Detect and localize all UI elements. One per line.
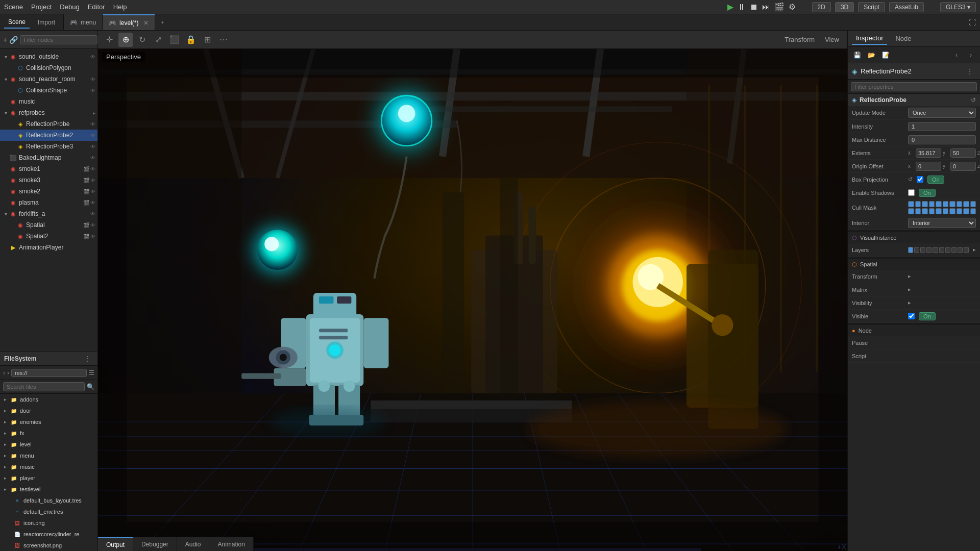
file-item-door[interactable]: ▸ 📁 door	[0, 405, 97, 416]
visibility-icon[interactable]: 👁	[90, 178, 95, 183]
extents-x-input[interactable]	[916, 148, 941, 158]
visible-toggle[interactable]: On	[919, 312, 936, 320]
visibility-icon[interactable]: 👁	[90, 121, 95, 127]
move-tool-button[interactable]: ⊕	[118, 33, 133, 47]
intensity-input[interactable]	[908, 122, 976, 131]
layer-4[interactable]	[929, 201, 935, 207]
btn-3d[interactable]: 3D	[835, 2, 854, 12]
step-button[interactable]: ⏭	[762, 3, 770, 12]
lock-button[interactable]: 🔒	[184, 33, 198, 47]
vis-layer-2[interactable]	[914, 247, 919, 253]
fullscreen-button[interactable]: ⛶	[969, 18, 976, 27]
btn-script[interactable]: Script	[858, 2, 885, 12]
more-viewport-button[interactable]: ⋯	[216, 33, 231, 47]
tree-item-smoke1[interactable]: ◉ smoke1 🎬 👁	[0, 163, 97, 174]
file-item-env[interactable]: ≡ default_env.tres	[0, 506, 97, 517]
layer-15[interactable]	[936, 208, 942, 214]
vis-layer-10[interactable]	[964, 247, 969, 253]
tab-output[interactable]: Output	[98, 537, 133, 551]
origin-x-input[interactable]	[916, 162, 941, 171]
visibility-icon[interactable]: 👁	[90, 54, 95, 60]
transform-label[interactable]: Transform	[780, 35, 819, 44]
settings-button[interactable]: ⚙	[789, 2, 796, 12]
tab-scene[interactable]: Scene	[4, 16, 30, 29]
visibility-icon[interactable]: 👁	[90, 77, 95, 82]
visibility-icon[interactable]: 👁	[90, 166, 95, 172]
menu-help[interactable]: Help	[113, 3, 127, 11]
transform-expand-icon[interactable]: ▸	[908, 273, 911, 280]
add-node-button[interactable]: +	[3, 34, 7, 46]
layer-9[interactable]	[963, 201, 969, 207]
cam-button[interactable]: 🎬	[774, 2, 785, 12]
collapse-icon[interactable]: ▸	[93, 110, 95, 116]
file-item-level[interactable]: ▸ 📁 level	[0, 439, 97, 450]
file-item-music[interactable]: ▸ 📁 music	[0, 461, 97, 472]
tree-item-smoke3[interactable]: ◉ smoke3 🎬 👁	[0, 174, 97, 186]
vis-layer-5[interactable]	[933, 247, 938, 253]
anim-icon[interactable]: 🎬	[83, 166, 89, 172]
visibility-icon[interactable]: 👁	[90, 200, 95, 206]
enable-shadows-checkbox[interactable]	[908, 189, 915, 196]
layer-13[interactable]	[922, 208, 928, 214]
visibility-icon[interactable]: 👁	[90, 88, 95, 93]
view-label[interactable]: View	[821, 35, 843, 44]
file-item-testlevel[interactable]: ▸ 📁 testlevel	[0, 484, 97, 495]
box-projection-toggle[interactable]: On	[927, 176, 944, 184]
file-item-fx[interactable]: ▸ 📁 fx	[0, 428, 97, 439]
file-item-enemies[interactable]: ▸ 📁 enemies	[0, 416, 97, 428]
nav-forward-button[interactable]: ›	[7, 369, 9, 377]
file-item-player[interactable]: ▸ 📁 player	[0, 472, 97, 484]
menu-scene[interactable]: Scene	[4, 3, 23, 11]
menu-project[interactable]: Project	[31, 3, 52, 11]
filesystem-menu-button[interactable]: ⋮	[81, 353, 93, 365]
tree-item-reflectionprobe1[interactable]: ◈ ReflectionProbe 👁	[0, 118, 97, 130]
node-more-button[interactable]: ⋮	[964, 65, 976, 78]
vis-layer-7[interactable]	[945, 247, 950, 253]
file-item-menu[interactable]: ▸ 📁 menu	[0, 450, 97, 461]
layer-3[interactable]	[922, 201, 928, 207]
load-button[interactable]: 📂	[865, 49, 877, 61]
tab-animation[interactable]: Animation	[209, 537, 253, 551]
visibility-icon[interactable]: 👁	[90, 144, 95, 149]
file-item-icon[interactable]: 🖼 icon.png	[0, 517, 97, 529]
file-item-screenshot[interactable]: 🖼 screenshot.png	[0, 540, 97, 551]
visibility-icon[interactable]: 👁	[90, 155, 95, 161]
tree-item-sound-reactor[interactable]: ▾ ◉ sound_reactor_room 👁	[0, 73, 97, 85]
layer-1[interactable]	[908, 201, 914, 207]
layer-16[interactable]	[943, 208, 949, 214]
origin-y-input[interactable]	[950, 162, 976, 171]
max-distance-input[interactable]	[908, 135, 976, 144]
tab-level[interactable]: 🎮 level(*) ✕	[103, 14, 155, 30]
anim-icon[interactable]: 🎬	[83, 222, 89, 228]
tree-item-reflectionprobe3[interactable]: ◈ ReflectionProbe3 👁	[0, 141, 97, 152]
box-projection-checkbox[interactable]	[917, 176, 923, 183]
visibility-icon[interactable]: 👁	[90, 133, 95, 138]
filesystem-search-input[interactable]	[3, 382, 85, 391]
box-proj-refresh-icon[interactable]: ↺	[908, 176, 913, 183]
vis-layer-4[interactable]	[926, 247, 932, 253]
section-header-spatial[interactable]: ⬡ Spatial	[848, 259, 980, 270]
script-btn[interactable]: 📝	[879, 49, 892, 61]
tree-item-bakedlightmap[interactable]: ⬛ BakedLightmap 👁	[0, 152, 97, 163]
vis-layer-8[interactable]	[951, 247, 957, 253]
tree-item-sound-outside[interactable]: ▾ ◉ sound_outside 👁	[0, 51, 97, 62]
file-item-addons[interactable]: ▸ 📁 addons	[0, 394, 97, 405]
section-header-reflection[interactable]: ◈ ReflectionProbe ↺	[848, 94, 980, 106]
layer-18[interactable]	[957, 208, 963, 214]
tab-import[interactable]: Import	[34, 17, 59, 28]
visibility-expand-icon[interactable]: ▸	[908, 299, 911, 306]
layer-17[interactable]	[949, 208, 955, 214]
menu-editor[interactable]: Editor	[88, 3, 105, 11]
tree-item-spatial2[interactable]: ◉ Spatial2 🎬 👁	[0, 231, 97, 242]
tab-close-icon[interactable]: ✕	[143, 19, 149, 27]
visibility-icon[interactable]: 👁	[90, 234, 95, 239]
visible-checkbox[interactable]	[908, 313, 915, 319]
tab-inspector[interactable]: Inspector	[852, 32, 887, 45]
layers-expand-icon[interactable]: ▸	[973, 246, 976, 253]
layer-12[interactable]	[915, 208, 921, 214]
section-header-visual-instance[interactable]: ⬡ VisualInstance	[848, 232, 980, 243]
layer-19[interactable]	[963, 208, 969, 214]
tree-item-animationplayer[interactable]: ▶ AnimationPlayer	[0, 242, 97, 253]
fit-button[interactable]: ⬛	[167, 33, 182, 47]
snap-button[interactable]: ⊞	[200, 33, 214, 47]
